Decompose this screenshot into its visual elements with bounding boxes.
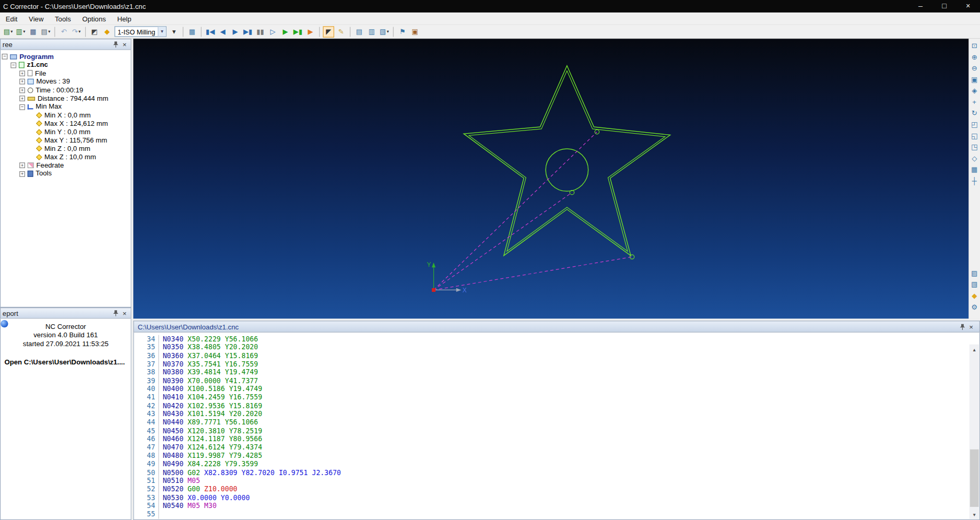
code-line[interactable]: 44N0440 X89.7771 Y56.1066 <box>134 418 969 427</box>
tree-item[interactable]: −Min Max <box>1 103 131 111</box>
close-panel-button[interactable]: × <box>967 322 976 331</box>
view-graph-button[interactable]: ▧▾ <box>379 26 390 38</box>
menu-view[interactable]: View <box>23 12 49 25</box>
code-line[interactable]: 50N0500 G02 X82.8309 Y82.7020 I0.9751 J2… <box>134 468 969 477</box>
chevron-down-icon[interactable]: ▾ <box>387 29 389 34</box>
close-panel-button[interactable]: × <box>120 309 129 317</box>
menu-edit[interactable]: Edit <box>0 12 23 25</box>
scrollbar-thumb[interactable] <box>970 450 979 507</box>
zoom-fit-icon[interactable]: ▣ <box>970 74 979 84</box>
redo-button[interactable]: ↷▾ <box>70 26 82 38</box>
toggle-axes-icon[interactable]: ┼ <box>970 175 979 185</box>
view-side-icon[interactable]: ◳ <box>970 142 979 152</box>
view-front-icon[interactable]: ◱ <box>970 131 979 140</box>
code-line[interactable]: 54N0540 M05 M30 <box>134 502 969 510</box>
pause-button[interactable]: ▮▮ <box>255 26 266 38</box>
tree-item[interactable]: Min X : 0,0 mm <box>1 111 131 120</box>
view-settings-icon[interactable]: ⚙ <box>970 302 979 312</box>
expand-box-icon[interactable]: + <box>19 96 25 101</box>
chevron-down-icon[interactable]: ▾ <box>78 29 80 34</box>
code-line[interactable]: 52N0520 G00 Z10.0000 <box>134 485 969 493</box>
export-button[interactable]: ⚑ <box>397 26 408 38</box>
zoom-out-icon[interactable]: ⊖ <box>970 63 979 73</box>
code-line[interactable]: 42N0420 X102.9536 Y15.8169 <box>134 401 969 410</box>
tree-item[interactable]: +File <box>1 69 131 78</box>
code-line[interactable]: 45N0450 X120.3810 Y78.2519 <box>134 427 969 435</box>
tree-item[interactable]: +Moves : 39 <box>1 78 131 86</box>
expand-box-icon[interactable]: + <box>19 70 25 76</box>
scroll-down-icon[interactable]: ▼ <box>970 510 979 519</box>
toolpath-viewport[interactable]: YX <box>133 39 969 318</box>
tree-item[interactable]: −Programm <box>1 53 131 61</box>
zoom-previous-icon[interactable]: ◈ <box>970 86 979 96</box>
code-line[interactable]: 39N0390 X70.0000 Y41.7377 <box>134 377 969 385</box>
tree-item[interactable]: −z1.cnc <box>1 61 131 69</box>
toggle-toolpath-icon[interactable]: ▨ <box>970 268 979 278</box>
pin-button[interactable] <box>111 309 120 317</box>
close-button[interactable]: × <box>956 0 980 13</box>
highlight-icon[interactable]: ◆ <box>970 291 979 301</box>
chevron-down-icon[interactable]: ▾ <box>23 29 25 34</box>
collapse-box-icon[interactable]: − <box>2 54 8 60</box>
view-top-icon[interactable]: ◰ <box>970 120 979 129</box>
open-file-button[interactable]: ▥▾ <box>15 26 27 38</box>
menu-tools[interactable]: Tools <box>49 12 76 25</box>
pan-icon[interactable]: + <box>970 97 979 107</box>
tree-item[interactable]: +Tools <box>1 170 131 178</box>
collapse-box-icon[interactable]: − <box>19 104 25 110</box>
select-tool-button[interactable]: ◤ <box>323 26 334 38</box>
play-button[interactable]: ▷ <box>267 26 279 38</box>
zoom-window-icon[interactable]: ⊡ <box>970 41 979 51</box>
code-line[interactable]: 49N0490 X84.2228 Y79.3599 <box>134 460 969 468</box>
tree-item[interactable]: Min Z : 0,0 mm <box>1 145 131 153</box>
tree-item[interactable]: +Feedrate <box>1 161 131 170</box>
code-line[interactable]: 46N0460 X124.1187 Y80.9566 <box>134 435 969 443</box>
code-line[interactable]: 40N0400 X100.5186 Y19.4749 <box>134 385 969 394</box>
toggle-grid-icon[interactable]: ▦ <box>970 164 979 174</box>
tree-item[interactable]: +Distance : 794,444 mm <box>1 94 131 103</box>
tree-item[interactable]: Max Z : 10,0 mm <box>1 153 131 161</box>
edit-tool-button[interactable]: ✎ <box>335 26 347 38</box>
package-button[interactable]: ▣ <box>409 26 421 38</box>
code-line[interactable]: 36N0360 X37.0464 Y15.8169 <box>134 352 969 360</box>
toggle-rapids-icon[interactable]: ▧ <box>970 279 979 289</box>
menu-options[interactable]: Options <box>77 12 112 25</box>
stop-button[interactable]: ▶ <box>305 26 316 38</box>
go-first-button[interactable]: ▮◀ <box>205 26 216 38</box>
rotate-view-icon[interactable]: ↻ <box>970 108 979 118</box>
code-line[interactable]: 38N0380 X39.4814 Y19.4749 <box>134 369 969 377</box>
chevron-down-icon[interactable]: ▾ <box>48 29 50 34</box>
code-line[interactable]: 37N0370 X35.7541 Y16.7559 <box>134 360 969 369</box>
minimize-button[interactable]: – <box>908 0 932 13</box>
code-line[interactable]: 35N0350 X38.4805 Y20.2020 <box>134 344 969 352</box>
print-button[interactable]: ▤▾ <box>40 26 52 38</box>
code-line[interactable]: 43N0430 X101.5194 Y20.2020 <box>134 410 969 418</box>
collapse-box-icon[interactable]: − <box>10 62 16 68</box>
scroll-up-icon[interactable]: ▲ <box>970 345 979 354</box>
code-editor[interactable]: 34N0340 X50.2229 Y56.106635N0350 X38.480… <box>133 333 980 520</box>
pin-button[interactable] <box>958 322 967 331</box>
expand-box-icon[interactable]: + <box>19 87 25 93</box>
expand-box-icon[interactable]: + <box>19 163 25 169</box>
code-line[interactable]: 47N0470 X124.6124 Y79.4374 <box>134 443 969 452</box>
view-split-button[interactable]: ▥ <box>366 26 377 38</box>
tree-item[interactable]: +Time : 00:00:19 <box>1 86 131 94</box>
combo-options-button[interactable]: ▾ <box>168 26 180 38</box>
maximize-button[interactable]: □ <box>932 0 957 13</box>
menu-help[interactable]: Help <box>112 12 137 25</box>
run-postprocessor-button[interactable]: ◆ <box>101 26 113 38</box>
postprocessor-combo[interactable]: 1-ISO Milling▾ <box>114 26 166 37</box>
simulation-button[interactable]: ◩ <box>89 26 100 38</box>
code-line[interactable]: 51N0510 M05 <box>134 477 969 485</box>
new-program-button[interactable]: ▤▾ <box>3 26 14 38</box>
step-back-button[interactable]: ◀ <box>217 26 229 38</box>
code-line[interactable]: 48N0480 X119.9987 Y79.4285 <box>134 452 969 460</box>
tree-item[interactable]: Max X : 124,612 mm <box>1 120 131 128</box>
pin-button[interactable] <box>111 40 120 49</box>
expand-box-icon[interactable]: + <box>19 79 25 85</box>
play-fast-button[interactable]: ▶ <box>280 26 291 38</box>
zoom-in-icon[interactable]: ⊕ <box>970 52 979 62</box>
undo-button[interactable]: ↶ <box>58 26 69 38</box>
view-iso-icon[interactable]: ◇ <box>970 153 979 163</box>
close-panel-button[interactable]: × <box>120 40 129 49</box>
